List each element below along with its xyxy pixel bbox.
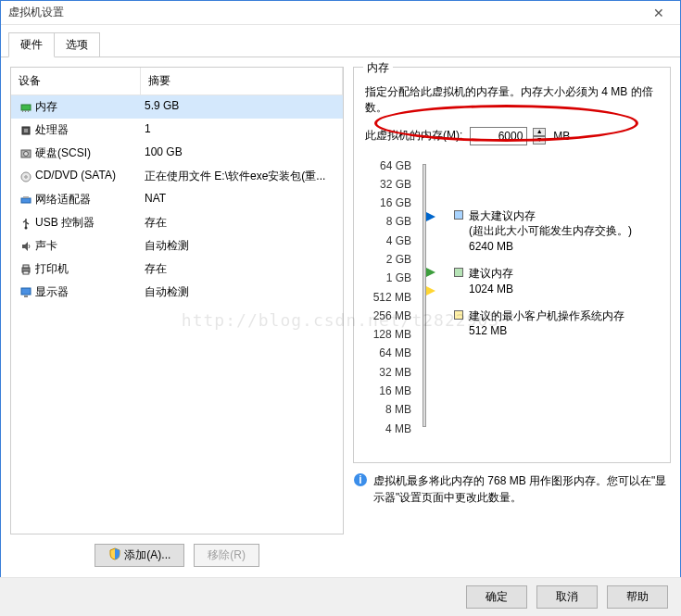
legend-yellow-icon xyxy=(454,310,463,320)
right-column: 内存 指定分配给此虚拟机的内存量。内存大小必须为 4 MB 的倍数。 此虚拟机的… xyxy=(353,67,671,567)
info-icon: i xyxy=(353,472,368,487)
tab-bar: 硬件 选项 xyxy=(1,25,680,57)
tick-label: 16 MB xyxy=(365,383,411,398)
info-block: i 虚拟机最多将此内存的 768 MB 用作图形内存。您可以在"显示器"设置页面… xyxy=(353,472,671,506)
settings-window: 虚拟机设置 ✕ 硬件 选项 设备 摘要 内存5.9 GB处理器1硬盘(SCSI)… xyxy=(0,0,681,616)
svg-rect-5 xyxy=(24,129,28,132)
legend-max-value: 6240 MB xyxy=(469,239,632,255)
marker-min-icon xyxy=(426,286,435,295)
legend-max-note: (超出此大小可能发生内存交换。) xyxy=(469,223,632,239)
marker-rec-icon xyxy=(426,268,435,277)
hdd-icon xyxy=(17,144,35,163)
memory-icon xyxy=(17,97,35,117)
slider-track[interactable] xyxy=(417,158,441,436)
device-name: 处理器 xyxy=(35,120,141,140)
device-row-net[interactable]: 网络适配器NAT xyxy=(11,188,343,211)
tick-label: 4 GB xyxy=(365,233,411,248)
tick-label: 1 GB xyxy=(365,270,411,285)
device-name: 显示器 xyxy=(35,283,141,302)
memory-group: 内存 指定分配给此虚拟机的内存量。内存大小必须为 4 MB 的倍数。 此虚拟机的… xyxy=(353,67,671,463)
device-row-cpu[interactable]: 处理器1 xyxy=(11,119,343,142)
tick-label: 128 MB xyxy=(365,327,411,342)
device-summary: 5.9 GB xyxy=(141,97,343,117)
device-name: CD/DVD (SATA) xyxy=(35,167,141,186)
device-row-printer[interactable]: 打印机存在 xyxy=(11,258,343,281)
tick-label: 2 GB xyxy=(365,252,411,267)
device-summary: 存在 xyxy=(141,259,343,279)
left-buttons: 添加(A)... 移除(R) xyxy=(10,534,344,567)
legend-blue-icon xyxy=(454,210,463,220)
legend-item-rec: 建议内存 1024 MB xyxy=(454,266,659,297)
col-header-device[interactable]: 设备 xyxy=(11,68,141,94)
svg-rect-1 xyxy=(22,110,23,112)
col-header-summary[interactable]: 摘要 xyxy=(141,68,343,94)
svg-point-7 xyxy=(24,151,29,156)
device-row-sound[interactable]: 声卡自动检测 xyxy=(11,234,343,258)
device-name: 网络适配器 xyxy=(35,190,141,209)
device-summary: 存在 xyxy=(141,213,343,233)
shield-icon xyxy=(108,547,121,560)
legend-min-value: 512 MB xyxy=(469,323,624,339)
svg-point-9 xyxy=(25,175,27,177)
svg-text:i: i xyxy=(359,473,361,486)
device-list: 设备 摘要 内存5.9 GB处理器1硬盘(SCSI)100 GBCD/DVD (… xyxy=(10,67,344,534)
window-title: 虚拟机设置 xyxy=(8,5,645,20)
memory-desc: 指定分配给此虚拟机的内存量。内存大小必须为 4 MB 的倍数。 xyxy=(365,84,659,116)
help-button[interactable]: 帮助 xyxy=(607,585,668,609)
svg-rect-2 xyxy=(25,110,26,112)
tick-label: 32 MB xyxy=(365,365,411,380)
device-row-display[interactable]: 显示器自动检测 xyxy=(11,281,343,304)
legend-max-text: 最大建议内存 (超出此大小可能发生内存交换。) 6240 MB xyxy=(469,208,632,255)
list-header: 设备 摘要 xyxy=(11,68,343,95)
tick-label: 64 MB xyxy=(365,346,411,360)
memory-input[interactable] xyxy=(470,127,527,145)
device-name: USB 控制器 xyxy=(35,213,141,233)
cpu-icon xyxy=(17,120,35,140)
tick-label: 64 GB xyxy=(365,158,411,173)
sound-icon xyxy=(17,236,35,256)
add-button[interactable]: 添加(A)... xyxy=(95,544,184,567)
device-summary: 自动检测 xyxy=(141,283,343,302)
display-icon xyxy=(17,283,35,302)
spinner-up[interactable]: ▲ xyxy=(533,128,546,136)
tick-label: 16 GB xyxy=(365,195,411,210)
tab-options[interactable]: 选项 xyxy=(54,32,100,57)
memory-unit: MB xyxy=(553,130,570,143)
close-button[interactable]: ✕ xyxy=(645,6,673,20)
tick-label: 32 GB xyxy=(365,177,411,192)
ok-button[interactable]: 确定 xyxy=(466,585,527,609)
device-summary: 100 GB xyxy=(141,144,343,163)
device-row-disc[interactable]: CD/DVD (SATA)正在使用文件 E:\软件exe安装包(重... xyxy=(11,165,343,188)
tick-label: 8 GB xyxy=(365,214,411,229)
device-row-memory[interactable]: 内存5.9 GB xyxy=(11,95,343,119)
legend-item-min: 建议的最小客户机操作系统内存 512 MB xyxy=(454,308,659,340)
tab-hardware[interactable]: 硬件 xyxy=(8,32,55,57)
svg-rect-14 xyxy=(23,265,29,268)
device-name: 硬盘(SCSI) xyxy=(35,144,141,163)
legend-rec-text: 建议内存 1024 MB xyxy=(469,266,513,297)
left-column: 设备 摘要 内存5.9 GB处理器1硬盘(SCSI)100 GBCD/DVD (… xyxy=(10,67,344,567)
legend-item-max: 最大建议内存 (超出此大小可能发生内存交换。) 6240 MB xyxy=(454,208,659,255)
group-title: 内存 xyxy=(363,60,393,76)
device-row-usb[interactable]: USB 控制器存在 xyxy=(11,211,343,234)
tick-label: 4 MB xyxy=(365,421,411,436)
legend-min-text: 建议的最小客户机操作系统内存 512 MB xyxy=(469,308,624,340)
device-row-hdd[interactable]: 硬盘(SCSI)100 GB xyxy=(11,142,343,165)
device-name: 内存 xyxy=(35,97,141,117)
svg-rect-10 xyxy=(21,198,31,203)
tick-label: 512 MB xyxy=(365,290,411,305)
info-text: 虚拟机最多将此内存的 768 MB 用作图形内存。您可以在"显示器"设置页面中更… xyxy=(373,472,671,506)
memory-slider-area: 64 GB32 GB16 GB8 GB4 GB2 GB1 GB512 MB256… xyxy=(365,158,659,436)
legend-max-title: 最大建议内存 xyxy=(469,208,632,224)
legend-green-icon xyxy=(454,268,463,277)
device-summary: 1 xyxy=(141,120,343,140)
disc-icon xyxy=(17,167,35,186)
remove-button: 移除(R) xyxy=(194,544,259,567)
footer: 确定 取消 帮助 xyxy=(0,577,681,616)
track-line xyxy=(422,164,426,427)
svg-rect-16 xyxy=(21,288,31,295)
cancel-button[interactable]: 取消 xyxy=(536,585,598,609)
spinner-down[interactable]: ▼ xyxy=(533,136,546,145)
marker-max-icon xyxy=(426,212,435,221)
net-icon xyxy=(17,190,35,209)
